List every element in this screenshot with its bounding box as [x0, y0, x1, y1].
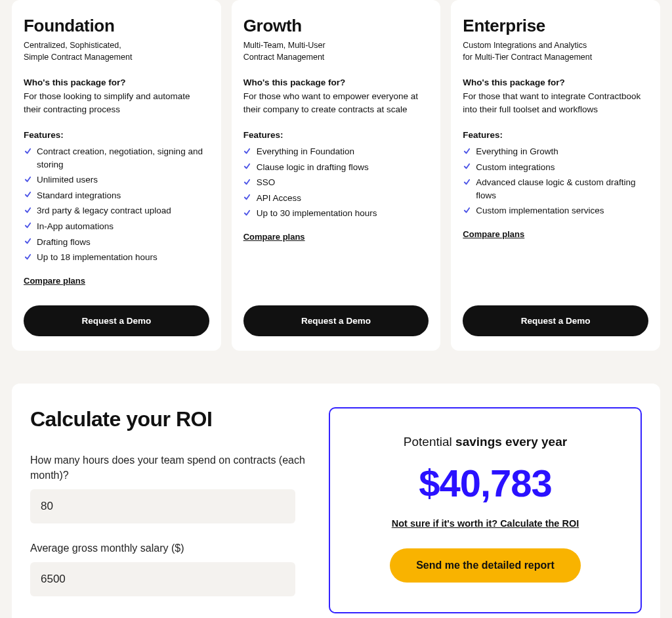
- feature-item: In-App automations: [24, 220, 209, 233]
- roi-title: Calculate your ROI: [30, 407, 309, 431]
- feature-item: Custom integrations: [463, 161, 648, 174]
- plan-who-title: Who's this package for?: [463, 77, 648, 87]
- roi-salary-input[interactable]: [30, 562, 295, 596]
- check-icon: [24, 190, 32, 200]
- plan-features-title: Features:: [463, 130, 648, 140]
- plan-title: Foundation: [24, 16, 209, 36]
- check-icon: [463, 177, 471, 187]
- roi-report-button[interactable]: Send me the detailed report: [390, 548, 581, 583]
- feature-text: Drafting flows: [37, 236, 91, 249]
- compare-plans-link[interactable]: Compare plans: [243, 232, 429, 242]
- check-icon: [243, 162, 251, 171]
- feature-item: 3rd party & legacy contract upload: [24, 204, 209, 217]
- check-icon: [463, 162, 471, 171]
- check-icon: [24, 206, 32, 215]
- feature-item: SSO: [243, 176, 429, 189]
- check-icon: [243, 177, 251, 187]
- feature-item: Up to 30 implementation hours: [243, 207, 429, 220]
- plan-features-list: Everything in GrowthCustom integrationsA…: [463, 145, 648, 220]
- roi-hours-label: How many hours does your team spend on c…: [30, 452, 309, 483]
- feature-text: Unlimited users: [37, 173, 98, 187]
- plan-features-list: Everything in FoundationClause logic in …: [243, 145, 429, 223]
- check-icon: [243, 146, 251, 156]
- feature-item: Clause logic in drafting flows: [243, 161, 429, 174]
- plan-title: Enterprise: [463, 16, 648, 36]
- roi-calculator: Calculate your ROI How many hours does y…: [12, 384, 660, 618]
- roi-result-panel: Potential savings every year $40,783 Not…: [329, 407, 642, 614]
- plan-who-title: Who's this package for?: [24, 77, 209, 87]
- plan-title: Growth: [243, 16, 429, 36]
- plan-features-title: Features:: [243, 130, 429, 140]
- check-icon: [463, 146, 471, 156]
- roi-salary-label: Average gross monthly salary ($): [30, 541, 309, 556]
- roi-savings-suffix: savings every year: [455, 435, 567, 449]
- feature-text: Contract creation, negotiation, signing …: [37, 145, 209, 171]
- request-demo-button[interactable]: Request a Demo: [243, 305, 429, 336]
- feature-text: 3rd party & legacy contract upload: [37, 204, 171, 217]
- plan-features-title: Features:: [24, 130, 209, 140]
- feature-text: Advanced clause logic & custom drafting …: [476, 176, 648, 202]
- feature-item: Up to 18 implementation hours: [24, 251, 209, 264]
- plan-who-text: For those looking to simplify and automa…: [24, 90, 209, 116]
- feature-item: Standard integrations: [24, 189, 209, 202]
- pricing-plans-row: FoundationCentralized, Sophisticated,Sim…: [0, 0, 672, 370]
- feature-text: Everything in Foundation: [257, 145, 354, 158]
- feature-text: Standard integrations: [37, 189, 121, 202]
- feature-item: Everything in Growth: [463, 145, 648, 158]
- request-demo-button[interactable]: Request a Demo: [24, 305, 209, 336]
- plan-subtitle: Centralized, Sophisticated,Simple Contra…: [24, 40, 209, 63]
- roi-calculate-link[interactable]: Not sure if it's worth it? Calculate the…: [392, 518, 579, 529]
- plan-card-growth: GrowthMulti-Team, Multi-UserContract Man…: [232, 0, 441, 351]
- check-icon: [243, 208, 251, 217]
- roi-savings-prefix: Potential: [404, 435, 452, 449]
- feature-item: Everything in Foundation: [243, 145, 429, 158]
- plan-card-enterprise: EnterpriseCustom Integrations and Analyt…: [451, 0, 660, 351]
- compare-plans-link[interactable]: Compare plans: [463, 229, 648, 239]
- plan-who-title: Who's this package for?: [243, 77, 429, 87]
- check-icon: [24, 237, 32, 246]
- check-icon: [24, 175, 32, 184]
- check-icon: [24, 146, 32, 156]
- plan-subtitle: Custom Integrations and Analyticsfor Mul…: [463, 40, 648, 63]
- feature-item: Custom implementation services: [463, 204, 648, 217]
- feature-item: API Access: [243, 192, 429, 205]
- feature-text: In-App automations: [37, 220, 114, 233]
- plan-who-text: For those who want to empower everyone a…: [243, 90, 429, 116]
- request-demo-button[interactable]: Request a Demo: [463, 305, 648, 336]
- feature-text: Everything in Growth: [476, 145, 558, 158]
- check-icon: [24, 252, 32, 261]
- feature-text: Clause logic in drafting flows: [257, 161, 369, 174]
- check-icon: [463, 206, 471, 215]
- roi-hours-input[interactable]: [30, 489, 295, 523]
- feature-text: Up to 30 implementation hours: [257, 207, 377, 220]
- check-icon: [24, 221, 32, 231]
- feature-item: Drafting flows: [24, 236, 209, 249]
- feature-text: Custom integrations: [476, 161, 555, 174]
- roi-savings-amount: $40,783: [419, 461, 552, 505]
- feature-text: Custom implementation services: [476, 204, 604, 217]
- check-icon: [243, 193, 251, 202]
- plan-features-list: Contract creation, negotiation, signing …: [24, 145, 209, 267]
- plan-subtitle: Multi-Team, Multi-UserContract Managemen…: [243, 40, 429, 63]
- feature-item: Contract creation, negotiation, signing …: [24, 145, 209, 171]
- feature-text: Up to 18 implementation hours: [37, 251, 158, 264]
- feature-text: SSO: [257, 176, 276, 189]
- feature-item: Advanced clause logic & custom drafting …: [463, 176, 648, 202]
- plan-card-foundation: FoundationCentralized, Sophisticated,Sim…: [12, 0, 221, 351]
- compare-plans-link[interactable]: Compare plans: [24, 276, 209, 286]
- roi-inputs: Calculate your ROI How many hours does y…: [30, 407, 309, 614]
- feature-text: API Access: [257, 192, 301, 205]
- roi-savings-label: Potential savings every year: [404, 435, 567, 449]
- plan-who-text: For those that want to integrate Contrac…: [463, 90, 648, 116]
- feature-item: Unlimited users: [24, 173, 209, 187]
